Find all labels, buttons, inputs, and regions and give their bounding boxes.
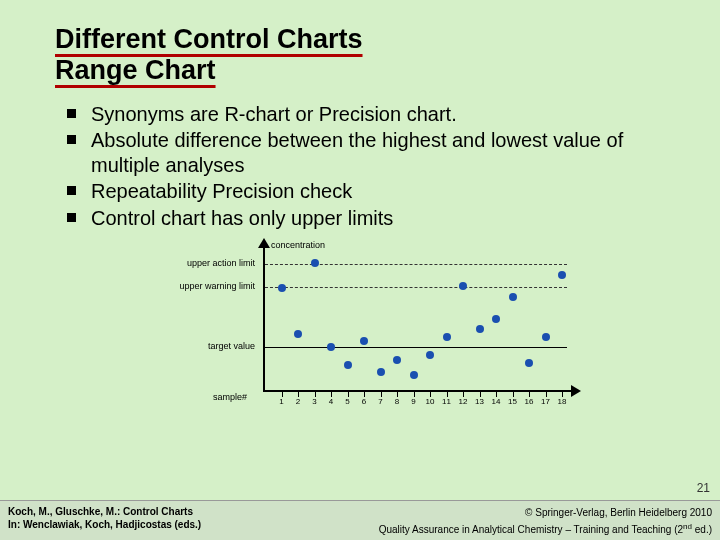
footer-book-b: ed.) bbox=[692, 524, 712, 535]
x-tick-label: 15 bbox=[505, 397, 521, 406]
x-tick-label: 8 bbox=[389, 397, 405, 406]
x-tick-label: 14 bbox=[488, 397, 504, 406]
data-point bbox=[459, 282, 467, 290]
data-point bbox=[377, 368, 385, 376]
bullet-item: Synonyms are R-chart or Precision chart. bbox=[91, 102, 678, 126]
x-axis-label: sample# bbox=[213, 392, 247, 402]
x-axis bbox=[263, 390, 573, 392]
x-tick-label: 4 bbox=[323, 397, 339, 406]
x-tick-label: 1 bbox=[274, 397, 290, 406]
upper-action-label: upper action limit bbox=[145, 258, 255, 268]
x-tick-label: 7 bbox=[373, 397, 389, 406]
slide: Different Control Charts Range Chart Syn… bbox=[0, 0, 720, 540]
data-point bbox=[542, 333, 550, 341]
footer-book-a: Quality Assurance in Analytical Chemistr… bbox=[379, 524, 683, 535]
data-point bbox=[344, 361, 352, 369]
data-point bbox=[476, 325, 484, 333]
y-axis-arrow-icon bbox=[258, 238, 270, 248]
data-point bbox=[410, 371, 418, 379]
target-line bbox=[265, 347, 567, 348]
y-axis-label: concentration bbox=[271, 240, 325, 250]
control-chart: concentration sample# upper action limit… bbox=[145, 242, 585, 412]
footer-left: Koch, M., Gluschke, M.: Control Charts I… bbox=[8, 505, 201, 536]
data-point bbox=[426, 351, 434, 359]
x-tick-label: 13 bbox=[472, 397, 488, 406]
x-tick-label: 9 bbox=[406, 397, 422, 406]
data-point bbox=[443, 333, 451, 341]
slide-title: Different Control Charts Range Chart bbox=[55, 24, 678, 86]
data-point bbox=[360, 337, 368, 345]
data-point bbox=[525, 359, 533, 367]
x-tick-label: 12 bbox=[455, 397, 471, 406]
footer: Koch, M., Gluschke, M.: Control Charts I… bbox=[0, 500, 720, 540]
footer-copyright: © Springer-Verlag, Berlin Heidelberg 201… bbox=[525, 507, 712, 518]
target-label: target value bbox=[145, 341, 255, 351]
x-axis-arrow-icon bbox=[571, 385, 581, 397]
upper-warning-label: upper warning limit bbox=[145, 281, 255, 291]
footer-book-sup: nd bbox=[683, 522, 692, 531]
data-point bbox=[311, 259, 319, 267]
data-point bbox=[327, 343, 335, 351]
footer-editors: In: Wenclawiak, Koch, Hadjicostas (eds.) bbox=[8, 519, 201, 530]
x-tick-label: 10 bbox=[422, 397, 438, 406]
bullet-list: Synonyms are R-chart or Precision chart.… bbox=[55, 102, 678, 230]
x-tick-label: 3 bbox=[307, 397, 323, 406]
upper-warning-line bbox=[265, 287, 567, 288]
bullet-item: Control chart has only upper limits bbox=[91, 206, 678, 230]
data-point bbox=[278, 284, 286, 292]
data-point bbox=[393, 356, 401, 364]
footer-right: © Springer-Verlag, Berlin Heidelberg 201… bbox=[379, 505, 712, 536]
footer-authors: Koch, M., Gluschke, M.: Control Charts bbox=[8, 506, 193, 517]
x-tick-label: 11 bbox=[439, 397, 455, 406]
data-point bbox=[558, 271, 566, 279]
title-line-1: Different Control Charts bbox=[55, 24, 363, 54]
x-tick-label: 17 bbox=[538, 397, 554, 406]
data-point bbox=[294, 330, 302, 338]
bullet-item: Repeatability Precision check bbox=[91, 179, 678, 203]
x-tick-label: 5 bbox=[340, 397, 356, 406]
data-point bbox=[509, 293, 517, 301]
bullet-item: Absolute difference between the highest … bbox=[91, 128, 678, 177]
page-number: 21 bbox=[697, 481, 710, 495]
data-point bbox=[492, 315, 500, 323]
title-line-2: Range Chart bbox=[55, 55, 216, 85]
x-tick-label: 18 bbox=[554, 397, 570, 406]
x-tick-label: 16 bbox=[521, 397, 537, 406]
x-tick-label: 6 bbox=[356, 397, 372, 406]
x-tick-label: 2 bbox=[290, 397, 306, 406]
